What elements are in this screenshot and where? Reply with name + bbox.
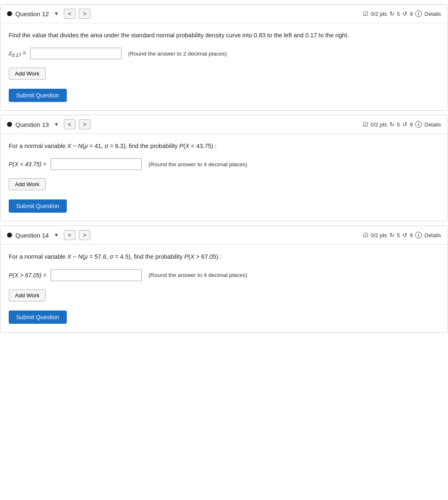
answer-row-q12: z0.17 = (Round the answer to 2 decimal p… xyxy=(9,48,439,59)
next-btn-q14[interactable]: > xyxy=(79,230,90,240)
answer-label-q12: z0.17 = xyxy=(9,50,26,58)
submit-btn-q12[interactable]: Submit Question xyxy=(9,89,67,102)
question-dot-q13 xyxy=(7,122,12,127)
question-header-left-q12: Question 12 ▼ < > xyxy=(7,9,90,19)
redo-icon-q12[interactable]: ↺ xyxy=(402,10,407,17)
round-note-q12: (Round the answer to 2 decimal places) xyxy=(128,51,227,57)
question-header-right-q14: ☑ 0/2 pts ↻ 5 ↺ 9 i Details xyxy=(363,232,441,238)
pts-label-q14: 0/2 pts xyxy=(371,232,387,238)
next-btn-q13[interactable]: > xyxy=(79,119,90,129)
question-header-right-q13: ☑ 0/2 pts ↻ 5 ↺ 9 i Details xyxy=(363,121,441,128)
check-icon-q12: ☑ xyxy=(363,10,368,17)
round-note-q13: (Round the answer to 4 decimal places) xyxy=(149,161,247,167)
question-header-q14: Question 14 ▼ < > ☑ 0/2 pts ↻ 5 ↺ 9 i De… xyxy=(0,226,448,245)
prev-btn-q13[interactable]: < xyxy=(64,119,75,129)
undo-count-q12: 5 xyxy=(397,11,400,17)
prev-btn-q14[interactable]: < xyxy=(64,230,75,240)
check-icon-q13: ☑ xyxy=(363,121,368,128)
undo-icon-q14[interactable]: ↻ xyxy=(390,232,394,238)
details-link-q12[interactable]: Details xyxy=(424,11,441,17)
question-header-q12: Question 12 ▼ < > ☑ 0/2 pts ↻ 5 ↺ 9 i De… xyxy=(0,5,448,23)
question-text-q14: For a normal variable X ~ N(μ = 57.6, σ … xyxy=(9,252,439,262)
redo-count-q13: 9 xyxy=(410,121,413,128)
undo-count-q13: 5 xyxy=(397,121,400,128)
answer-label-q13: P(X < 43.75) = xyxy=(9,161,46,167)
question-header-right-q12: ☑ 0/2 pts ↻ 5 ↺ 9 i Details xyxy=(363,10,441,17)
question-text-q13: For a normal variable X ~ N(μ = 41, σ = … xyxy=(9,141,439,151)
question-block-q12: Question 12 ▼ < > ☑ 0/2 pts ↻ 5 ↺ 9 i De… xyxy=(0,4,448,111)
add-work-btn-q12[interactable]: Add Work xyxy=(9,68,46,80)
redo-icon-q13[interactable]: ↺ xyxy=(402,121,407,128)
info-icon-q14[interactable]: i xyxy=(415,232,422,238)
redo-icon-q14[interactable]: ↺ xyxy=(402,232,407,238)
question-body-q14: For a normal variable X ~ N(μ = 57.6, σ … xyxy=(0,245,448,332)
question-header-q13: Question 13 ▼ < > ☑ 0/2 pts ↻ 5 ↺ 9 i De… xyxy=(0,115,448,134)
question-text-q12: Find the value that divides the area und… xyxy=(9,31,439,40)
answer-label-q14: P(X > 67.05) = xyxy=(9,272,46,279)
question-block-q14: Question 14 ▼ < > ☑ 0/2 pts ↻ 5 ↺ 9 i De… xyxy=(0,226,448,332)
answer-row-q13: P(X < 43.75) = (Round the answer to 4 de… xyxy=(9,158,439,170)
answer-input-q13[interactable] xyxy=(51,158,142,170)
round-note-q14: (Round the answer to 4 decimal places) xyxy=(149,272,247,278)
info-icon-q12[interactable]: i xyxy=(415,10,422,17)
question-block-q13: Question 13 ▼ < > ☑ 0/2 pts ↻ 5 ↺ 9 i De… xyxy=(0,115,448,221)
answer-input-q12[interactable] xyxy=(30,48,122,59)
dropdown-arrow-q14[interactable]: ▼ xyxy=(52,231,61,239)
submit-btn-q13[interactable]: Submit Question xyxy=(9,199,67,213)
question-dot-q14 xyxy=(7,233,12,238)
answer-row-q14: P(X > 67.05) = (Round the answer to 4 de… xyxy=(9,269,439,281)
dropdown-arrow-q13[interactable]: ▼ xyxy=(52,121,61,128)
redo-count-q14: 9 xyxy=(410,232,413,238)
undo-icon-q13[interactable]: ↻ xyxy=(390,121,394,128)
question-label-q14: Question 14 xyxy=(15,232,49,239)
add-work-btn-q14[interactable]: Add Work xyxy=(9,289,46,301)
question-header-left-q13: Question 13 ▼ < > xyxy=(7,119,90,129)
answer-input-q14[interactable] xyxy=(51,269,142,281)
dropdown-arrow-q12[interactable]: ▼ xyxy=(52,10,61,17)
question-label-q13: Question 13 xyxy=(15,121,49,128)
question-body-q12: Find the value that divides the area und… xyxy=(0,23,448,110)
question-dot-q12 xyxy=(7,11,12,16)
question-body-q13: For a normal variable X ~ N(μ = 41, σ = … xyxy=(0,134,448,221)
pts-label-q13: 0/2 pts xyxy=(371,121,387,128)
question-label-q12: Question 12 xyxy=(15,10,49,17)
details-link-q14[interactable]: Details xyxy=(424,232,441,238)
check-icon-q14: ☑ xyxy=(363,232,368,238)
add-work-btn-q13[interactable]: Add Work xyxy=(9,178,46,190)
prev-btn-q12[interactable]: < xyxy=(64,9,75,19)
next-btn-q12[interactable]: > xyxy=(79,9,90,19)
details-link-q13[interactable]: Details xyxy=(424,121,441,128)
pts-label-q12: 0/2 pts xyxy=(371,11,387,17)
info-icon-q13[interactable]: i xyxy=(415,121,422,128)
undo-icon-q12[interactable]: ↻ xyxy=(390,10,394,17)
redo-count-q12: 9 xyxy=(410,11,413,17)
question-header-left-q14: Question 14 ▼ < > xyxy=(7,230,90,240)
undo-count-q14: 5 xyxy=(397,232,400,238)
submit-btn-q14[interactable]: Submit Question xyxy=(9,311,67,324)
